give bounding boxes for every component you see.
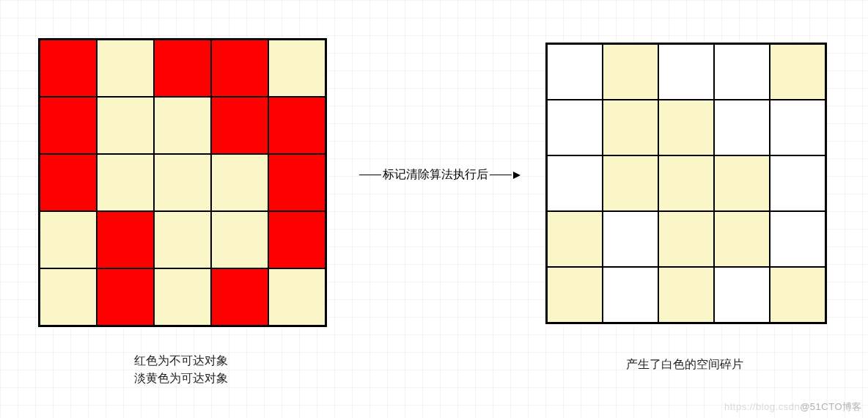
grid-before <box>38 38 327 327</box>
grid-after-cell <box>603 155 658 211</box>
arrow-line-right <box>490 175 512 175</box>
grid-after-cell <box>603 267 658 323</box>
grid-before-cell <box>40 154 97 211</box>
grid-before-cell <box>40 40 97 97</box>
grid-after-cell <box>547 100 603 155</box>
caption-after-text: 产生了白色的空间碎片 <box>626 358 743 370</box>
caption-before-line1: 红色为不可达对象 <box>38 352 324 370</box>
grid-before-cell <box>154 268 211 326</box>
grid-after-cell <box>547 211 603 267</box>
grid-before-cell <box>268 268 326 326</box>
grid-before-cell <box>40 211 97 268</box>
arrow-label-text: 标记清除算法执行后 <box>383 167 488 183</box>
grid-after-cell <box>547 155 603 211</box>
grid-before-cell <box>97 211 154 268</box>
caption-before: 红色为不可达对象 淡黄色为可达对象 <box>38 352 324 387</box>
grid-after-cell <box>658 100 714 155</box>
grid-after-cell <box>770 211 825 267</box>
grid-after-cell <box>547 267 603 323</box>
grid-after-cell <box>658 44 714 100</box>
grid-before-cell <box>211 154 268 211</box>
grid-after-cell <box>770 44 825 100</box>
arrow-head-icon <box>513 172 521 179</box>
grid-before-cell <box>97 40 154 97</box>
grid-before-cell <box>211 97 268 154</box>
grid-after-cell <box>714 44 770 100</box>
watermark: https://blog.csdn@51CTO博客 <box>724 400 862 414</box>
grid-before-cell <box>268 211 326 268</box>
watermark-faint: https://blog.csdn <box>724 401 800 412</box>
grid-before-cell <box>97 268 154 326</box>
grid-after-cell <box>658 211 714 267</box>
grid-before-cell <box>97 97 154 154</box>
arrow-line-left <box>359 175 381 175</box>
grid-after-cell <box>770 100 825 155</box>
grid-before-cell <box>40 268 97 326</box>
grid-before-cell <box>268 97 326 154</box>
grid-before-cell <box>154 211 211 268</box>
grid-after-cell <box>603 211 658 267</box>
grid-after-cell <box>658 267 714 323</box>
grid-before-cell <box>154 154 211 211</box>
grid-before-cell <box>154 40 211 97</box>
grid-after-cell <box>770 155 825 211</box>
grid-after-cell <box>547 44 603 100</box>
grid-after-cell <box>714 267 770 323</box>
transition-arrow: 标记清除算法执行后 <box>337 167 542 183</box>
grid-before-cell <box>40 97 97 154</box>
grid-after-cell <box>603 100 658 155</box>
caption-before-line2: 淡黄色为可达对象 <box>38 370 324 387</box>
grid-before-cell <box>268 40 326 97</box>
diagram-stage: 标记清除算法执行后 红色为不可达对象 淡黄色为可达对象 产生了白色的空间碎片 h… <box>0 0 868 418</box>
grid-after-cell <box>770 267 825 323</box>
caption-after: 产生了白色的空间碎片 <box>545 356 824 373</box>
grid-after-cell <box>714 211 770 267</box>
grid-before-cell <box>97 154 154 211</box>
grid-before-cell <box>211 268 268 326</box>
grid-before-cell <box>268 154 326 211</box>
grid-after-cell <box>714 155 770 211</box>
grid-before-cell <box>211 211 268 268</box>
grid-after <box>545 43 827 324</box>
grid-before-cell <box>211 40 268 97</box>
grid-after-cell <box>714 100 770 155</box>
grid-after-cell <box>603 44 658 100</box>
grid-before-cell <box>154 97 211 154</box>
grid-after-cell <box>658 155 714 211</box>
watermark-text: @51CTO博客 <box>800 401 862 412</box>
